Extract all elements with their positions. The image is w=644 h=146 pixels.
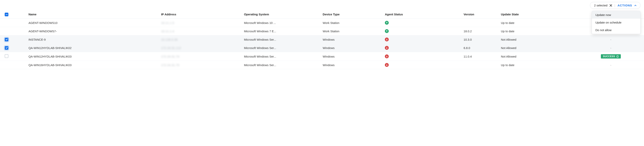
cell-name: QA-WIN12HYDLAB-SHIVALIK02	[26, 44, 159, 52]
cell-device-type: Windows	[321, 52, 383, 61]
arrow-up-icon	[385, 29, 389, 33]
header-device-type[interactable]: Device Type	[321, 10, 383, 19]
arrow-up-icon	[385, 21, 389, 25]
cell-agent-status	[383, 61, 462, 69]
arrow-down-icon	[385, 46, 389, 50]
arrow-down-icon	[385, 54, 389, 58]
info-icon	[616, 55, 619, 58]
cell-update-state: Up to date	[499, 61, 578, 69]
cell-last-status: SUCCESS	[578, 52, 644, 61]
row-checkbox-cell[interactable]	[0, 27, 26, 35]
table-row[interactable]: AGENT-WINDOWS7-10.11.1.4Microsoft Window…	[0, 27, 644, 35]
dash: -	[610, 38, 612, 41]
cell-agent-status	[383, 35, 462, 44]
cell-os: Microsoft Windows 7 E...	[242, 27, 321, 35]
table-row[interactable]: INSTANCE-910.128.0.39Microsoft Windows S…	[0, 35, 644, 44]
dash: -	[610, 46, 612, 50]
cell-device-type: Work Station	[321, 27, 383, 35]
header-agent-status[interactable]: Agent Status	[383, 10, 462, 19]
row-checkbox-cell[interactable]	[0, 44, 26, 52]
actions-menu-item-label: Update on schedule	[596, 21, 621, 24]
cell-version	[462, 61, 499, 69]
table-header-row: Name IP Address Operating System Device …	[0, 10, 644, 19]
toolbar: 2 selected | ACTIONS Update nowUpdate on…	[0, 0, 644, 10]
cell-update-state: Not Allowed	[499, 52, 578, 61]
cell-os: Microsoft Windows Ser...	[242, 61, 321, 69]
devices-table: Name IP Address Operating System Device …	[0, 10, 644, 69]
cell-device-type: Windows	[321, 61, 383, 69]
selected-count-label: 2 selected	[594, 4, 607, 7]
cell-os: Microsoft Windows Ser...	[242, 35, 321, 44]
dash: -	[610, 63, 612, 67]
row-checkbox[interactable]	[5, 46, 8, 50]
table-row[interactable]: AGENT-WINDOWS1010.11.1.5Microsoft Window…	[0, 19, 644, 27]
table-row[interactable]: QA-WIN12HYDLAB-SHIVALIK02172.24.31.112Mi…	[0, 44, 644, 52]
actions-menu-item[interactable]: Do not allow	[592, 26, 640, 34]
cell-name: QA-WIN16HYDLAB-SHIVALIK03	[26, 61, 159, 69]
cell-os: Microsoft Windows 10 ...	[242, 19, 321, 27]
divider: |	[614, 4, 616, 7]
cell-os: Microsoft Windows Ser...	[242, 44, 321, 52]
row-checkbox-cell[interactable]	[0, 35, 26, 44]
close-icon[interactable]	[610, 4, 612, 7]
cell-name: AGENT-WINDOWS7-	[26, 27, 159, 35]
cell-os: Microsoft Windows Ser...	[242, 52, 321, 61]
header-os[interactable]: Operating System	[242, 10, 321, 19]
actions-button-label[interactable]: ACTIONS	[618, 4, 632, 7]
cell-ip: 10.128.0.39	[159, 35, 242, 44]
actions-menu-item[interactable]: Update now	[592, 11, 640, 19]
cell-name: AGENT-WINDOWS10	[26, 19, 159, 27]
status-badge: SUCCESS	[601, 54, 620, 59]
cell-update-state: Up to date	[499, 27, 578, 35]
cell-agent-status	[383, 52, 462, 61]
table-row[interactable]: QA-WIN12HYDLAB-SHIVALIK03172.24.31.74Mic…	[0, 52, 644, 61]
header-update-state[interactable]: Update State	[499, 10, 578, 19]
cell-version	[462, 19, 499, 27]
cell-ip: 172.24.31.112	[159, 44, 242, 52]
row-checkbox-cell[interactable]	[0, 19, 26, 27]
header-select-all[interactable]	[0, 10, 26, 19]
actions-menu-item-label: Do not allow	[596, 28, 612, 32]
cell-ip: 172.24.31.74	[159, 52, 242, 61]
actions-menu-item[interactable]: Update on schedule	[592, 19, 640, 26]
svg-rect-2	[618, 56, 618, 57]
cell-update-state: Not Allowed	[499, 35, 578, 44]
cell-version: 11.0.4	[462, 52, 499, 61]
cell-update-state: Up to date	[499, 19, 578, 27]
cell-update-state: Not Allowed	[499, 44, 578, 52]
cell-ip: 172.24.31.75	[159, 61, 242, 69]
arrow-down-icon	[385, 38, 389, 41]
header-version[interactable]: Version	[462, 10, 499, 19]
cell-name: INSTANCE-9	[26, 35, 159, 44]
cell-name: QA-WIN12HYDLAB-SHIVALIK03	[26, 52, 159, 61]
table-row[interactable]: QA-WIN16HYDLAB-SHIVALIK03172.24.31.75Mic…	[0, 61, 644, 69]
row-checkbox-cell[interactable]	[0, 52, 26, 61]
cell-version: 6.8.0	[462, 44, 499, 52]
header-name[interactable]: Name	[26, 10, 159, 19]
cell-agent-status	[383, 19, 462, 27]
cell-device-type: Windows	[321, 44, 383, 52]
cell-device-type: Work Station	[321, 19, 383, 27]
cell-ip: 10.11.1.5	[159, 19, 242, 27]
header-ip[interactable]: IP Address	[159, 10, 242, 19]
cell-version: 18.0.2	[462, 27, 499, 35]
actions-pill[interactable]: 2 selected | ACTIONS	[590, 2, 640, 9]
cell-last-status: -	[578, 35, 644, 44]
cell-device-type: Windows	[321, 35, 383, 44]
row-checkbox[interactable]	[5, 54, 8, 58]
cell-version: 10.3.0	[462, 35, 499, 44]
cell-last-status: -	[578, 61, 644, 69]
row-checkbox[interactable]	[5, 38, 8, 41]
cell-last-status: -	[578, 44, 644, 52]
arrow-down-icon	[385, 63, 389, 67]
chevron-up-icon	[634, 4, 637, 7]
cell-ip: 10.11.1.4	[159, 27, 242, 35]
svg-point-1	[617, 56, 618, 56]
cell-agent-status	[383, 27, 462, 35]
cell-agent-status	[383, 44, 462, 52]
row-checkbox-cell[interactable]	[0, 61, 26, 69]
select-all-checkbox[interactable]	[5, 13, 8, 16]
actions-menu-item-label: Update now	[596, 13, 611, 16]
actions-dropdown: Update nowUpdate on scheduleDo not allow	[592, 11, 640, 34]
